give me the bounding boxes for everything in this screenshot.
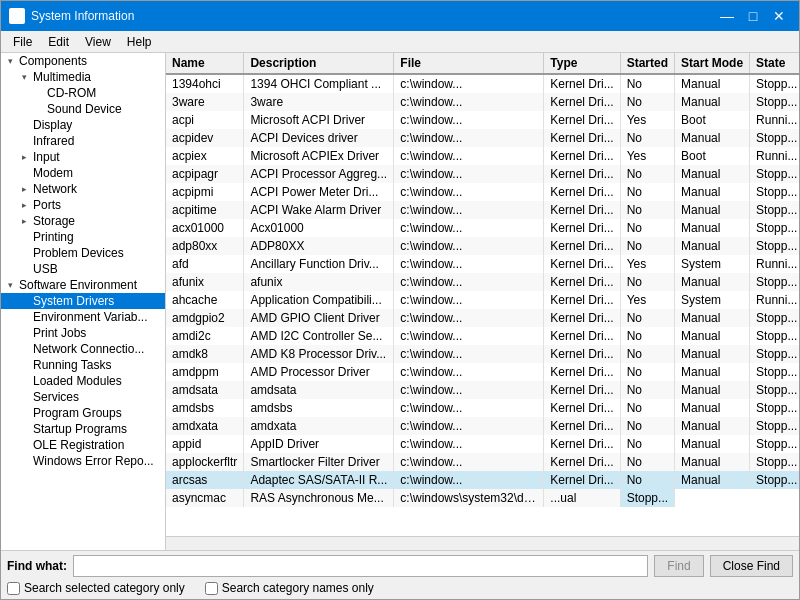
search-category-option[interactable]: Search selected category only	[7, 581, 185, 595]
menu-item-view[interactable]: View	[77, 33, 119, 50]
table-cell: AppID Driver	[244, 435, 394, 453]
tree-item[interactable]: Loaded Modules	[1, 373, 165, 389]
search-input[interactable]	[73, 555, 648, 577]
table-row[interactable]: afdAncillary Function Driv...c:\window..…	[166, 255, 799, 273]
tree-expander-icon[interactable]: ▾	[17, 72, 31, 82]
column-header-state[interactable]: State	[750, 53, 799, 74]
tree-item[interactable]: Print Jobs	[1, 325, 165, 341]
close-find-button[interactable]: Close Find	[710, 555, 793, 577]
tree-item[interactable]: Display	[1, 117, 165, 133]
tree-item[interactable]: ▸Input	[1, 149, 165, 165]
tree-item[interactable]: Modem	[1, 165, 165, 181]
tree-item[interactable]: CD-ROM	[1, 85, 165, 101]
category-names-option[interactable]: Search category names only	[205, 581, 374, 595]
table-cell: c:\window...	[394, 93, 544, 111]
table-row[interactable]: ahcacheApplication Compatibili...c:\wind…	[166, 291, 799, 309]
column-header-type[interactable]: Type	[544, 53, 620, 74]
table-row[interactable]: amdxataamdxatac:\window...Kernel Dri...N…	[166, 417, 799, 435]
table-row[interactable]: asyncmacRAS Asynchronous Me...c:\windows…	[166, 489, 799, 507]
table-row[interactable]: appidAppID Driverc:\window...Kernel Dri.…	[166, 435, 799, 453]
data-table[interactable]: NameDescriptionFileTypeStartedStart Mode…	[166, 53, 799, 536]
tree-item[interactable]: ▾Components	[1, 53, 165, 69]
tree-expander-icon[interactable]: ▸	[17, 152, 31, 162]
tree-item[interactable]: Services	[1, 389, 165, 405]
table-row[interactable]: arcsasAdaptec SAS/SATA-II R...c:\window.…	[166, 471, 799, 489]
close-button[interactable]: ✕	[767, 6, 791, 26]
main-content: ▾Components▾MultimediaCD-ROMSound Device…	[1, 53, 799, 550]
menu-item-file[interactable]: File	[5, 33, 40, 50]
tree-item[interactable]: Printing	[1, 229, 165, 245]
menu-item-edit[interactable]: Edit	[40, 33, 77, 50]
tree-expander-icon[interactable]: ▾	[3, 56, 17, 66]
column-header-started[interactable]: Started	[620, 53, 674, 74]
column-header-name[interactable]: Name	[166, 53, 244, 74]
find-button[interactable]: Find	[654, 555, 703, 577]
tree-expander-icon[interactable]: ▸	[17, 200, 31, 210]
table-row[interactable]: amdgpio2AMD GPIO Client Driverc:\window.…	[166, 309, 799, 327]
tree-item[interactable]: ▸Storage	[1, 213, 165, 229]
tree-expander-icon[interactable]: ▸	[17, 184, 31, 194]
tree-item[interactable]: Running Tasks	[1, 357, 165, 373]
table-header: NameDescriptionFileTypeStartedStart Mode…	[166, 53, 799, 74]
maximize-button[interactable]: □	[741, 6, 765, 26]
category-names-checkbox[interactable]	[205, 582, 218, 595]
tree-item[interactable]: ▾Multimedia	[1, 69, 165, 85]
tree-expander-icon[interactable]: ▾	[3, 280, 17, 290]
table-row[interactable]: adp80xxADP80XXc:\window...Kernel Dri...N…	[166, 237, 799, 255]
table-cell: Manual	[675, 219, 750, 237]
column-header-description[interactable]: Description	[244, 53, 394, 74]
table-row[interactable]: applockerfltrSmartlocker Filter Driverc:…	[166, 453, 799, 471]
table-row[interactable]: amdsataamdsatac:\window...Kernel Dri...N…	[166, 381, 799, 399]
horizontal-scrollbar[interactable]	[166, 536, 799, 550]
table-cell: Stopp...	[750, 471, 799, 489]
tree-label: Problem Devices	[31, 246, 124, 260]
table-row[interactable]: afunixafunixc:\window...Kernel Dri...NoM…	[166, 273, 799, 291]
table-cell: amdi2c	[166, 327, 244, 345]
tree-item[interactable]: Sound Device	[1, 101, 165, 117]
tree-expander-icon[interactable]: ▸	[17, 216, 31, 226]
table-cell: Manual	[675, 165, 750, 183]
table-row[interactable]: acpiexMicrosoft ACPIEx Driverc:\window..…	[166, 147, 799, 165]
tree-item[interactable]: Program Groups	[1, 405, 165, 421]
table-row[interactable]: amdppmAMD Processor Driverc:\window...Ke…	[166, 363, 799, 381]
tree-item[interactable]: Environment Variab...	[1, 309, 165, 325]
minimize-button[interactable]: —	[715, 6, 739, 26]
column-header-file[interactable]: File	[394, 53, 544, 74]
tree-item[interactable]: OLE Registration	[1, 437, 165, 453]
tree-item[interactable]: ▸Ports	[1, 197, 165, 213]
tree-item[interactable]: Windows Error Repo...	[1, 453, 165, 469]
table-row[interactable]: 1394ohci1394 OHCI Compliant ...c:\window…	[166, 74, 799, 93]
tree-item[interactable]: ▾Software Environment	[1, 277, 165, 293]
table-row[interactable]: acpiMicrosoft ACPI Driverc:\window...Ker…	[166, 111, 799, 129]
tree-item[interactable]: Problem Devices	[1, 245, 165, 261]
table-cell: Manual	[675, 129, 750, 147]
table-cell: Smartlocker Filter Driver	[244, 453, 394, 471]
table-cell: Manual	[675, 435, 750, 453]
tree-item[interactable]: Startup Programs	[1, 421, 165, 437]
tree-item[interactable]: Network Connectio...	[1, 341, 165, 357]
tree-item[interactable]: USB	[1, 261, 165, 277]
table-row[interactable]: acpipagrACPI Processor Aggreg...c:\windo…	[166, 165, 799, 183]
table-row[interactable]: 3ware3warec:\window...Kernel Dri...NoMan…	[166, 93, 799, 111]
table-row[interactable]: acx01000Acx01000c:\window...Kernel Dri..…	[166, 219, 799, 237]
tree-label: CD-ROM	[45, 86, 96, 100]
tree-item[interactable]: ▸Network	[1, 181, 165, 197]
table-cell: Stopp...	[750, 309, 799, 327]
table-cell: c:\window...	[394, 219, 544, 237]
search-category-checkbox[interactable]	[7, 582, 20, 595]
table-row[interactable]: acpipmiACPI Power Meter Dri...c:\window.…	[166, 183, 799, 201]
table-cell: adp80xx	[166, 237, 244, 255]
table-row[interactable]: acpitimeACPI Wake Alarm Driverc:\window.…	[166, 201, 799, 219]
table-row[interactable]: amdi2cAMD I2C Controller Se...c:\window.…	[166, 327, 799, 345]
table-cell: c:\window...	[394, 363, 544, 381]
menu-item-help[interactable]: Help	[119, 33, 160, 50]
table-row[interactable]: amdk8AMD K8 Processor Driv...c:\window..…	[166, 345, 799, 363]
table-cell: ADP80XX	[244, 237, 394, 255]
table-row[interactable]: acpidevACPI Devices driverc:\window...Ke…	[166, 129, 799, 147]
column-header-start-mode[interactable]: Start Mode	[675, 53, 750, 74]
tree-item[interactable]: Infrared	[1, 133, 165, 149]
sidebar[interactable]: ▾Components▾MultimediaCD-ROMSound Device…	[1, 53, 166, 550]
tree-item[interactable]: System Drivers	[1, 293, 165, 309]
menu-bar: FileEditViewHelp	[1, 31, 799, 53]
table-row[interactable]: amdsbsamdsbsc:\window...Kernel Dri...NoM…	[166, 399, 799, 417]
